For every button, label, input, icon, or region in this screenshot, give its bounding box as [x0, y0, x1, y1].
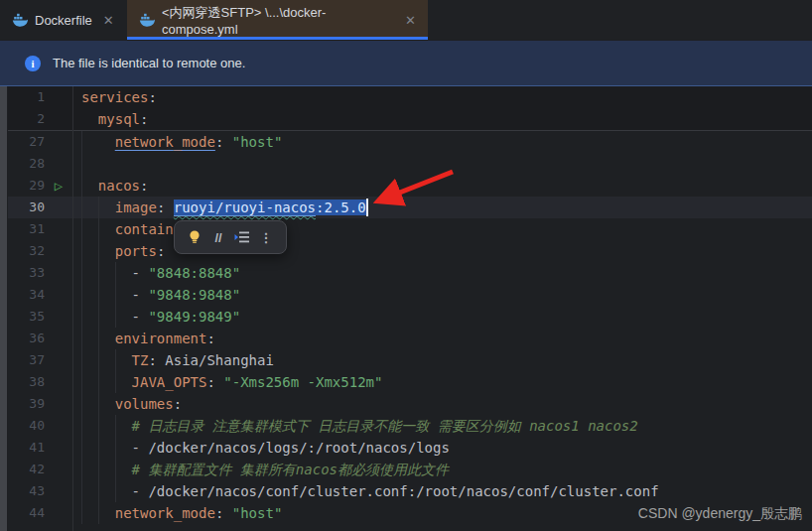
code-segment: : — [206, 331, 214, 346]
code-segment: :2.5.0 — [316, 199, 366, 215]
code-segment: ports — [115, 243, 157, 259]
line-number: 32 — [8, 240, 45, 262]
line-number: 37 — [8, 349, 45, 371]
code-segment: contain — [115, 221, 174, 237]
line-number: 42 — [8, 459, 45, 480]
code-line[interactable]: 29▷ nacos: — [8, 175, 812, 197]
active-tab-underline — [127, 37, 428, 40]
code-segment: : — [157, 199, 174, 215]
code-segment: "9849:9849" — [148, 309, 240, 325]
code-segment: JAVA_OPTS — [132, 374, 207, 390]
comment-icon[interactable]: // — [209, 228, 227, 246]
code-segment — [81, 462, 132, 477]
code-line[interactable]: 31 contain — [8, 218, 812, 240]
code-segment: image — [115, 199, 157, 215]
code-segment: environment — [115, 331, 207, 346]
code-line[interactable]: 35 - "9849:9849" — [8, 306, 812, 328]
line-number: 34 — [8, 284, 45, 306]
code-line[interactable]: 37 TZ: Asia/Shanghai — [8, 349, 812, 371]
code-lines: 27 network_mode: "host"2829▷ nacos:30 im… — [8, 131, 812, 524]
code-segment: nacos — [98, 178, 140, 194]
indent-guide — [115, 262, 116, 328]
code-segment: "host" — [232, 505, 283, 521]
tab-docker-compose-yml[interactable]: <内网穿透SFTP> \...\docker-compose.yml ✕ — [127, 0, 428, 40]
code-segment: : — [206, 374, 223, 390]
run-icon[interactable]: ▷ — [55, 178, 63, 194]
line-number: 36 — [8, 328, 45, 349]
code-segment — [81, 178, 98, 194]
code-segment: TZ — [132, 352, 149, 368]
code-line[interactable]: 43 - /docker/nacos/conf/cluster.conf:/ro… — [8, 480, 812, 502]
code-segment: - /docker/nacos/logs/:/root/nacos/logs — [81, 440, 450, 456]
watermark: CSDN @ydenergy_殷志鹏 — [638, 505, 802, 523]
line-number: 33 — [8, 262, 45, 284]
code-line[interactable]: 38 JAVA_OPTS: "-Xms256m -Xmx512m" — [8, 371, 812, 393]
code-line[interactable]: 34 - "9848:9848" — [8, 284, 812, 306]
line-number: 28 — [8, 153, 45, 175]
close-icon[interactable]: ✕ — [405, 13, 416, 28]
line-number: 43 — [8, 480, 45, 502]
code-segment: "8848:8848" — [148, 265, 240, 281]
code-line[interactable]: 41 - /docker/nacos/logs/:/root/nacos/log… — [8, 437, 812, 459]
sticky-lines-panel: 1services:2 mysql: — [8, 86, 812, 131]
text-caret — [366, 199, 368, 216]
code-segment: services — [81, 89, 148, 105]
line-number: 44 — [8, 502, 45, 524]
code-line[interactable]: 39 volumes: — [8, 393, 812, 415]
code-line[interactable]: 28 — [8, 153, 812, 175]
tab-dockerfile[interactable]: Dockerfile ✕ — [0, 0, 112, 40]
code-segment: "-Xms256m -Xmx512m" — [223, 374, 382, 390]
docker-icon — [139, 12, 155, 28]
tab-label: Dockerfile — [35, 13, 92, 28]
close-icon[interactable]: ✕ — [103, 13, 114, 28]
code-line[interactable]: 30 image: ruoyi/ruoyi-nacos:2.5.0 — [8, 197, 812, 218]
indent-guide — [98, 197, 99, 524]
code-segment — [81, 134, 115, 150]
tool-window-splitter[interactable] — [0, 86, 7, 531]
code-segment: volumes — [115, 396, 174, 412]
code-segment: # 集群配置文件 集群所有nacos都必须使用此文件 — [132, 462, 449, 477]
code-segment — [81, 111, 98, 127]
line-number: 38 — [8, 371, 45, 393]
code-segment — [81, 418, 132, 434]
file-sync-banner: i The file is identical to remote one. — [0, 41, 812, 86]
code-segment: : — [148, 89, 156, 105]
code-segment: mysql — [98, 111, 140, 127]
banner-text: The file is identical to remote one. — [53, 56, 245, 70]
line-number: 30 — [8, 197, 45, 218]
code-line[interactable]: 42 # 集群配置文件 集群所有nacos都必须使用此文件 — [8, 459, 812, 480]
code-line[interactable]: 27 network_mode: "host" — [8, 131, 812, 153]
code-line[interactable]: 36 environment: — [8, 328, 812, 349]
code-segment: : Asia/Shanghai — [148, 352, 273, 368]
code-segment — [81, 374, 132, 390]
ide-window: Dockerfile ✕ <内网穿透SFTP> \...\docker-comp… — [0, 0, 812, 531]
line-number: 2 — [8, 108, 45, 130]
code-segment: "9848:9848" — [148, 287, 240, 303]
code-segment: : — [140, 111, 148, 127]
context-actions-icon[interactable] — [233, 228, 251, 246]
code-line[interactable]: 40 # 日志目录 注意集群模式下 日志目录不能一致 需要区分例如 nacos1… — [8, 415, 812, 437]
code-line[interactable]: 33 - "8848:8848" — [8, 262, 812, 284]
lightbulb-icon[interactable] — [186, 228, 203, 246]
more-icon[interactable]: ⋮ — [257, 228, 275, 246]
line-number: 1 — [8, 86, 45, 108]
editor-tab-bar: Dockerfile ✕ <内网穿透SFTP> \...\docker-comp… — [0, 0, 812, 40]
tab-label: <内网穿透SFTP> \...\docker-compose.yml — [162, 4, 394, 37]
indent-guide — [115, 415, 116, 502]
sticky-line[interactable]: 2 mysql: — [8, 108, 812, 130]
code-segment: : — [215, 134, 232, 150]
code-line[interactable]: 32 ports: — [8, 240, 812, 262]
code-segment: : — [174, 396, 182, 412]
line-number: 40 — [8, 415, 45, 437]
line-number: 41 — [8, 437, 45, 459]
code-segment: ruoyi/ruoyi-nacos — [174, 199, 316, 215]
line-number: 27 — [8, 131, 45, 153]
code-editor[interactable]: 1services:2 mysql: 27 network_mode: "hos… — [8, 86, 812, 531]
intention-popup: // ⋮ — [174, 220, 287, 254]
line-number: 29 — [8, 175, 45, 197]
indent-guide — [81, 131, 82, 524]
code-segment: network_mode — [115, 505, 215, 521]
code-segment: : — [215, 505, 232, 521]
gutter-separator — [72, 86, 73, 531]
sticky-line[interactable]: 1services: — [8, 86, 812, 108]
